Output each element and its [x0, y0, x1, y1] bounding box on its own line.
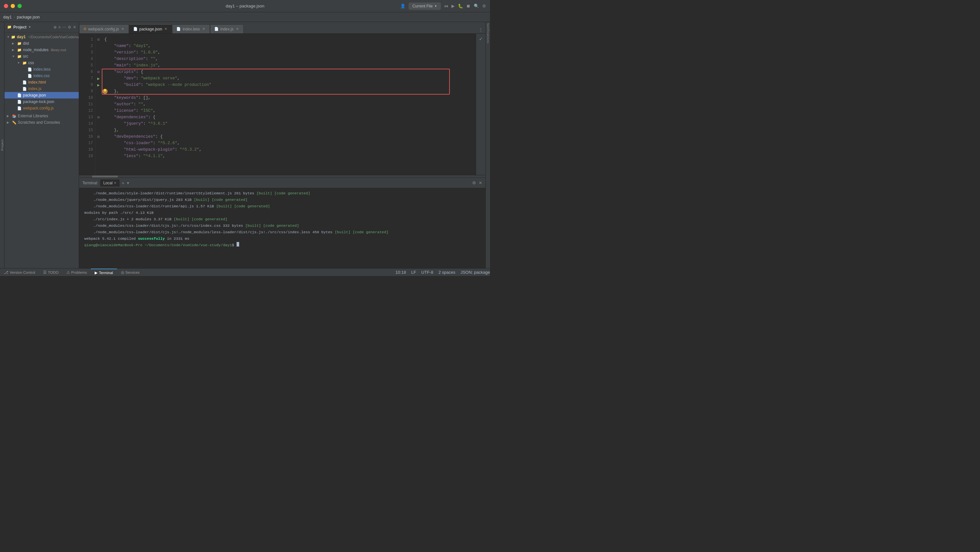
sidebar-header: 📁 Project ▼ ⊕ ≡ ⋯ ⚙ ✕	[5, 22, 79, 32]
close-button[interactable]	[4, 4, 8, 8]
sidebar-item-index-css[interactable]: 📄 index.css	[5, 73, 79, 79]
gear-icon[interactable]: ⚙	[68, 25, 71, 30]
activity-project-label: Project	[1, 139, 4, 151]
scope-icon[interactable]: ⊕	[54, 25, 57, 30]
terminal-line: ./node_modules/css-loader/dist/cjs.js!./…	[84, 222, 480, 229]
terminal-prompt-line: qiang@xiaocaideMacBook-Pro ~/Documents/C…	[84, 242, 480, 249]
current-file-button[interactable]: Current File ▼	[409, 3, 441, 10]
close-terminal-icon[interactable]: ✕	[479, 181, 482, 185]
sidebar-item-package-lock-json[interactable]: 📄 package-lock.json	[5, 98, 79, 105]
run-line-icon[interactable]: ▶	[95, 82, 102, 88]
maximize-button[interactable]	[18, 4, 22, 8]
sidebar-item-index-html[interactable]: 📄 index.html	[5, 79, 79, 86]
bottom-tab-problems[interactable]: ⚠ Problems	[62, 268, 91, 276]
terminal-line: modules by path ./src/ 4.13 KiB	[84, 209, 480, 216]
fold-icon[interactable]: ⊟	[95, 133, 102, 140]
bottom-tab-services[interactable]: ◎ Services	[117, 268, 143, 276]
encoding-indicator: UTF-8	[421, 270, 433, 275]
scratch-icon: ✏️	[12, 120, 17, 125]
js-file-icon: ⚙	[83, 27, 86, 31]
tabs-more-icon[interactable]: ⋮	[476, 26, 485, 33]
breadcrumb-project[interactable]: day1	[3, 15, 12, 19]
tab-index-js[interactable]: 📄 index.js ✕	[210, 24, 244, 33]
json-file-icon: 📄	[133, 27, 138, 31]
sidebar-item-index-less[interactable]: 📄 index.less	[5, 66, 79, 73]
more-icon[interactable]: ⋯	[62, 25, 66, 30]
terminal-body: ./node_modules/style-loader/dist/runtime…	[79, 188, 485, 268]
tab-close-icon[interactable]: ✕	[202, 27, 206, 32]
minimize-button[interactable]	[11, 4, 15, 8]
sidebar-item-day1[interactable]: ▼ 📁 day1 ~/Documents/Code/VueCode/vue-s	[5, 34, 79, 40]
bottom-tab-todo[interactable]: ☰ TODO	[39, 268, 62, 276]
debug-icon[interactable]: 🐛	[458, 3, 463, 8]
warning-badge: 💡	[102, 89, 108, 94]
code-line-17: "css-loader": "^5.2.6",	[104, 140, 476, 146]
tab-close-icon[interactable]: ✕	[235, 27, 240, 32]
editor-area[interactable]: 1 2 3 4 5 6 7 8 9 10 11 12 13 14 15 16 1	[79, 34, 485, 175]
fold-icon[interactable]: ⊟	[95, 114, 102, 121]
fold-icon[interactable]: ⊟	[95, 36, 102, 43]
terminal-label: Terminal:	[82, 181, 98, 185]
sidebar-item-package-json[interactable]: 📄 package.json	[5, 92, 79, 98]
line-numbers: 1 2 3 4 5 6 7 8 9 10 11 12 13 14 15 16 1	[79, 34, 95, 175]
sidebar-item-external-libraries[interactable]: ▶ 📚 External Libraries	[5, 113, 79, 119]
terminal-add-icon[interactable]: +	[119, 181, 126, 186]
tree-item-label: External Libraries	[18, 114, 48, 118]
terminal-chevron-icon[interactable]: ▼	[126, 181, 130, 185]
breadcrumb-file[interactable]: package.json	[17, 15, 40, 19]
tree-item-label: index.css	[33, 73, 49, 78]
run-icon[interactable]: ▶	[452, 3, 455, 8]
bottom-tab-version-control[interactable]: ⎇ Version Control	[0, 268, 39, 276]
window-title: day1 – package.json	[226, 3, 264, 8]
sidebar-item-css[interactable]: ▼ 📁 css	[5, 60, 79, 66]
code-line-14: "jquery": "^3.6.1"	[104, 121, 476, 127]
close-sidebar-icon[interactable]: ✕	[73, 25, 76, 30]
breadcrumb: day1 › package.json	[0, 12, 490, 22]
sidebar-item-webpack-config[interactable]: 📄 webpack.config.js	[5, 105, 79, 111]
editor-right-icons: ✓	[476, 34, 485, 175]
terminal-tab-local[interactable]: Local ✕	[100, 179, 120, 187]
run-back-icon[interactable]: ⏮	[444, 3, 448, 8]
terminal-tab-close-icon[interactable]: ✕	[114, 181, 116, 185]
settings-icon[interactable]: ⚙	[472, 181, 476, 185]
search-icon[interactable]: 🔍	[474, 3, 479, 8]
code-line-2: "name": "day1",	[104, 43, 476, 49]
indent-indicator: 2 spaces	[439, 270, 455, 275]
sidebar-item-index-js[interactable]: 📄 index.js	[5, 86, 79, 92]
expand-arrow-icon: ▶	[12, 42, 16, 45]
code-line-15: },	[104, 127, 476, 133]
collapse-arrow-icon: ▼	[12, 55, 16, 58]
sidebar-item-dist[interactable]: ▶ 📁 dist	[5, 40, 79, 47]
json-file-icon: 📄	[17, 93, 22, 98]
horizontal-scrollbar[interactable]	[79, 175, 485, 178]
tree-item-label: webpack.config.js	[23, 106, 54, 111]
sidebar-item-scratches[interactable]: ▶ ✏️ Scratches and Consoles	[5, 119, 79, 126]
js-file-icon: 📄	[22, 86, 27, 91]
settings-icon[interactable]: ⚙	[482, 3, 486, 8]
css-file-icon: 📄	[27, 73, 32, 78]
sidebar-item-node-modules[interactable]: ▶ 📁 node_modules library root	[5, 47, 79, 53]
editor-terminal-split: 1 2 3 4 5 6 7 8 9 10 11 12 13 14 15 16 1	[79, 34, 485, 268]
tab-close-icon[interactable]: ✕	[164, 27, 168, 32]
sidebar-item-src[interactable]: ▼ 📁 src	[5, 53, 79, 60]
stop-icon[interactable]: ⏹	[466, 3, 471, 8]
bottom-tab-terminal[interactable]: ▶ Terminal	[91, 268, 117, 276]
terminal-header: Terminal: Local ✕ + ▼ ⚙ ✕	[79, 178, 485, 188]
tab-package-json[interactable]: 📄 package.json ✕	[129, 24, 172, 33]
tab-close-icon[interactable]: ✕	[121, 27, 125, 32]
less-file-icon: 📄	[27, 67, 32, 72]
tab-index-less[interactable]: 📄 index.less ✕	[172, 24, 210, 33]
terminal-section: Terminal: Local ✕ + ▼ ⚙ ✕ ./node_	[79, 178, 485, 268]
expand-arrow-icon: ▶	[7, 114, 11, 117]
tab-webpack-config[interactable]: ⚙ webpack.config.js ✕	[79, 24, 129, 33]
fold-icon[interactable]: ⊟	[95, 69, 102, 75]
file-type-indicator: JSON: package	[460, 270, 490, 275]
collapse-icon[interactable]: ≡	[58, 25, 60, 30]
git-icon: ⎇	[4, 270, 8, 275]
terminal-tab-label: Local	[103, 181, 113, 185]
chevron-down-icon: ▼	[434, 5, 437, 8]
run-line-icon[interactable]: ▶	[95, 75, 102, 82]
terminal-line: ./node_modules/jquery/dist/jquery.js 283…	[84, 197, 480, 203]
code-content[interactable]: 💡 { "name": "day1", "version": "1.0.0", …	[102, 34, 476, 175]
check-icon: ✓	[479, 36, 483, 41]
